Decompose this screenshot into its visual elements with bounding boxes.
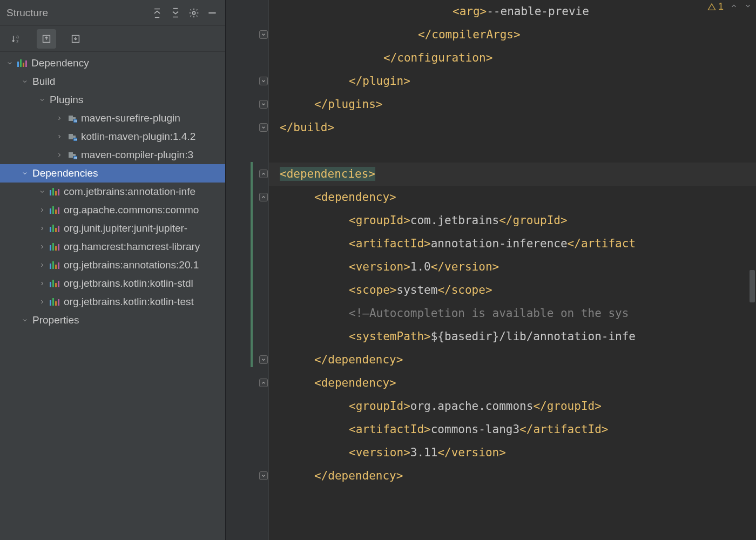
- svg-rect-39: [58, 281, 59, 287]
- tree-dependency-item[interactable]: com.jetbrains:annotation-infe: [0, 183, 225, 201]
- sort-alpha-icon[interactable]: az: [8, 29, 27, 49]
- structure-panel: Structure az DependencyBuildPluginsmmave…: [0, 0, 226, 540]
- editor-inspection-widget[interactable]: 1: [707, 1, 752, 12]
- code-line[interactable]: </build>: [269, 116, 756, 139]
- tree-dependencies[interactable]: Dependencies: [0, 164, 225, 183]
- fold-start-icon[interactable]: [259, 193, 268, 201]
- chevron-down-icon[interactable]: [5, 59, 14, 68]
- fold-end-icon[interactable]: [259, 77, 268, 85]
- code-editor[interactable]: <arg>--enable-previe</compilerArgs></con…: [269, 0, 756, 540]
- code-line[interactable]: </dependency>: [269, 464, 756, 488]
- code-line[interactable]: <systemPath>${basedir}/lib/annotation-in…: [269, 325, 756, 348]
- plugin-icon: m: [67, 113, 78, 123]
- code-line[interactable]: </plugin>: [269, 70, 756, 93]
- fold-end-icon[interactable]: [259, 30, 268, 39]
- fold-end-icon[interactable]: [259, 471, 268, 480]
- code-line[interactable]: <artifactId>annotation-inference</artifa…: [269, 232, 756, 255]
- chevron-right-icon[interactable]: [55, 114, 64, 123]
- tree-dependency-item[interactable]: org.apache.commons:commo: [0, 201, 225, 219]
- plugin-icon: m: [67, 132, 78, 141]
- autoscroll-from-source-icon[interactable]: [66, 29, 85, 49]
- code-line[interactable]: [269, 139, 756, 163]
- chevron-right-icon[interactable]: [55, 132, 64, 141]
- expand-all-icon[interactable]: [150, 5, 165, 21]
- code-line[interactable]: <dependency>: [269, 372, 756, 395]
- code-line[interactable]: <version>1.0</version>: [269, 255, 756, 279]
- svg-rect-28: [50, 245, 51, 251]
- code-line[interactable]: <groupId>com.jetbrains</groupId>: [269, 209, 756, 232]
- chevron-down-icon[interactable]: [21, 316, 29, 325]
- node-label: org.jetbrains:annotations:20.1: [64, 259, 199, 271]
- svg-rect-36: [50, 282, 51, 287]
- scrollbar-thumb[interactable]: [750, 270, 755, 302]
- fold-start-icon[interactable]: [259, 379, 268, 387]
- svg-rect-23: [58, 207, 59, 214]
- fold-end-icon[interactable]: [259, 355, 268, 364]
- fold-start-icon[interactable]: [259, 170, 268, 178]
- prev-highlight-icon[interactable]: [730, 1, 738, 12]
- tree-dependency-item[interactable]: org.jetbrains:annotations:20.1: [0, 256, 225, 274]
- tree-dependency-item[interactable]: org.hamcrest:hamcrest-library: [0, 238, 225, 256]
- code-line[interactable]: <arg>--enable-previe: [269, 0, 756, 23]
- dependency-icon: [50, 224, 60, 233]
- code-line[interactable]: <dependency>: [269, 186, 756, 209]
- tree-plugin-item[interactable]: mmaven-compiler-plugin:3: [0, 146, 225, 164]
- chevron-right-icon[interactable]: [38, 279, 46, 288]
- svg-rect-43: [58, 299, 59, 306]
- code-line[interactable]: <!—Autocompletion is available on the sy…: [269, 302, 756, 325]
- svg-rect-32: [50, 264, 51, 269]
- tree-plugin-item[interactable]: mmaven-surefire-plugin: [0, 109, 225, 127]
- chevron-right-icon[interactable]: [38, 224, 46, 233]
- code-line[interactable]: </configuration>: [269, 46, 756, 70]
- code-line[interactable]: </dependency>: [269, 348, 756, 372]
- settings-icon[interactable]: [186, 5, 201, 21]
- code-line[interactable]: <artifactId>commons-lang3</artifactId>: [269, 418, 756, 441]
- fold-end-icon[interactable]: [259, 123, 268, 132]
- chevron-down-icon[interactable]: [38, 187, 46, 196]
- code-line[interactable]: <dependencies>: [269, 163, 756, 186]
- chevron-down-icon[interactable]: [21, 77, 29, 86]
- svg-rect-24: [50, 227, 51, 232]
- tree-dependency-item[interactable]: org.jetbrains.kotlin:kotlin-stdl: [0, 274, 225, 293]
- svg-rect-35: [58, 262, 59, 269]
- chevron-right-icon[interactable]: [38, 242, 46, 251]
- editor-area: <arg>--enable-previe</compilerArgs></con…: [226, 0, 756, 540]
- chevron-right-icon[interactable]: [38, 298, 46, 306]
- editor-gutter[interactable]: [226, 0, 269, 540]
- tree-properties[interactable]: Properties: [0, 311, 225, 329]
- node-label: Build: [32, 76, 55, 87]
- tree-root-dependency[interactable]: Dependency: [0, 54, 225, 72]
- svg-rect-21: [52, 206, 54, 214]
- tree-build[interactable]: Build: [0, 72, 225, 91]
- node-label: org.jetbrains.kotlin:kotlin-test: [64, 296, 194, 308]
- chevron-right-icon[interactable]: [38, 261, 46, 269]
- svg-rect-30: [55, 246, 57, 251]
- code-line[interactable]: <version>3.11</version>: [269, 441, 756, 464]
- tree-dependency-item[interactable]: org.junit.jupiter:junit-jupiter-: [0, 219, 225, 238]
- chevron-down-icon[interactable]: [21, 169, 29, 178]
- minimize-icon[interactable]: [205, 5, 220, 21]
- editor-scrollbar[interactable]: [748, 22, 756, 275]
- tree-plugin-item[interactable]: mkotlin-maven-plugin:1.4.2: [0, 127, 225, 146]
- code-line[interactable]: </plugins>: [269, 93, 756, 116]
- svg-text:m: m: [75, 138, 77, 141]
- svg-rect-19: [58, 189, 59, 195]
- tree-plugins[interactable]: Plugins: [0, 91, 225, 109]
- code-line[interactable]: <groupId>org.apache.commons</groupId>: [269, 395, 756, 418]
- fold-end-icon[interactable]: [259, 100, 268, 109]
- tree-dependency-item[interactable]: org.jetbrains.kotlin:kotlin-test: [0, 293, 225, 311]
- chevron-right-icon[interactable]: [38, 206, 46, 214]
- node-label: com.jetbrains:annotation-infe: [64, 186, 195, 198]
- svg-rect-40: [50, 300, 51, 306]
- svg-rect-37: [52, 280, 54, 287]
- code-line[interactable]: <scope>system</scope>: [269, 279, 756, 302]
- warning-indicator[interactable]: 1: [707, 1, 724, 12]
- collapse-all-icon[interactable]: [168, 5, 183, 21]
- next-highlight-icon[interactable]: [744, 1, 752, 12]
- vcs-change-marker: [251, 162, 253, 367]
- chevron-right-icon[interactable]: [55, 151, 64, 159]
- node-label: org.jetbrains.kotlin:kotlin-stdl: [64, 278, 193, 289]
- autoscroll-to-source-icon[interactable]: [37, 29, 56, 49]
- code-line[interactable]: </compilerArgs>: [269, 23, 756, 46]
- chevron-down-icon[interactable]: [38, 96, 46, 104]
